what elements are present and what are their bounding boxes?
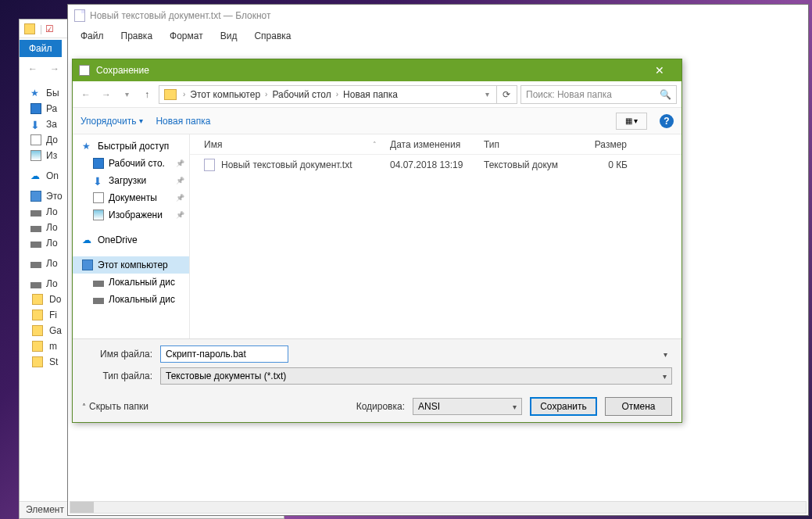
menu-format[interactable]: Формат xyxy=(162,28,211,44)
horizontal-scrollbar[interactable] xyxy=(70,501,807,514)
breadcrumb-item[interactable]: Этот компьютер xyxy=(188,89,262,100)
dialog-title: Сохранение xyxy=(96,65,644,76)
document-icon xyxy=(30,134,41,145)
nav-back-icon[interactable]: ← xyxy=(77,86,95,103)
disk-icon xyxy=(30,242,41,248)
menu-edit[interactable]: Правка xyxy=(113,28,161,44)
desktop-icon xyxy=(93,158,104,169)
new-folder-button[interactable]: Новая папка xyxy=(156,116,210,127)
breadcrumb-item[interactable]: Рабочий стол xyxy=(270,89,332,100)
breadcrumb-dropdown-icon[interactable]: ▾ xyxy=(478,85,496,104)
col-date[interactable]: Дата изменения xyxy=(384,139,478,150)
nav-history-icon[interactable]: ▾ xyxy=(118,86,135,103)
image-icon xyxy=(30,150,41,161)
dropdown-caret-icon: ▾ xyxy=(663,372,667,381)
tree-pictures[interactable]: Изображени xyxy=(73,206,189,224)
col-type[interactable]: Тип xyxy=(478,139,571,150)
filename-label: Имя файла: xyxy=(82,349,160,360)
disk-icon xyxy=(93,281,104,287)
dialog-footer: ˄ Скрыть папки Кодировка: ANSI ▾ Сохрани… xyxy=(73,391,681,422)
col-name[interactable]: Имя˄ xyxy=(190,139,384,150)
tree-disk[interactable]: Локальный дис xyxy=(73,291,189,308)
image-icon xyxy=(93,209,104,220)
forward-arrow-icon: → xyxy=(46,60,63,77)
download-icon: ⬇ xyxy=(30,119,41,130)
folder-icon xyxy=(32,294,43,305)
tree-desktop[interactable]: Рабочий сто. xyxy=(73,155,189,172)
notepad-title: Новый текстовый документ.txt — Блокнот xyxy=(90,10,271,21)
star-icon: ★ xyxy=(30,88,41,98)
chevron-up-icon: ˄ xyxy=(82,403,86,411)
disk-icon xyxy=(30,282,41,288)
onedrive-icon: ☁ xyxy=(30,170,41,181)
save-button[interactable]: Сохранить xyxy=(530,397,597,416)
search-input[interactable]: Поиск: Новая папка 🔍 xyxy=(520,85,677,104)
document-icon xyxy=(93,192,104,203)
filetype-select[interactable]: Текстовые документы (*.txt) ▾ xyxy=(160,367,672,385)
tree-this-pc[interactable]: Этот компьютер xyxy=(73,256,189,274)
notepad-icon xyxy=(74,9,85,22)
tree-documents[interactable]: Документы xyxy=(73,189,189,206)
filename-input[interactable] xyxy=(160,345,288,363)
dialog-toolbar: Упорядочить ▾ Новая папка ▦▾ ? xyxy=(73,108,681,134)
disk-icon xyxy=(30,226,41,232)
download-icon: ⬇ xyxy=(93,175,104,186)
help-icon[interactable]: ? xyxy=(660,114,674,128)
cancel-button[interactable]: Отмена xyxy=(605,397,672,416)
filename-fields: Имя файла: ▾ Тип файла: Текстовые докуме… xyxy=(73,338,681,391)
navigation-tree: ★Быстрый доступ Рабочий сто. ⬇Загрузки Д… xyxy=(73,134,190,338)
close-button[interactable]: ✕ xyxy=(644,64,675,77)
star-icon: ★ xyxy=(82,141,93,152)
disk-icon xyxy=(30,262,41,268)
dialog-icon xyxy=(79,65,90,76)
nav-up-icon[interactable]: ↑ xyxy=(138,86,156,103)
folder-icon xyxy=(24,23,35,34)
filetype-label: Тип файла: xyxy=(82,370,160,381)
notepad-titlebar: Новый текстовый документ.txt — Блокнот xyxy=(68,5,808,27)
file-list: Имя˄ Дата изменения Тип Размер Новый тек… xyxy=(190,134,681,338)
folder-icon xyxy=(164,89,177,100)
tree-downloads[interactable]: ⬇Загрузки xyxy=(73,172,189,189)
hide-folders-button[interactable]: ˄ Скрыть папки xyxy=(82,401,148,412)
tree-disk[interactable]: Локальный дис xyxy=(73,274,189,291)
organize-button[interactable]: Упорядочить ▾ xyxy=(80,116,143,127)
dialog-nav: ← → ▾ ↑ › Этот компьютер › Рабочий стол … xyxy=(73,81,681,108)
col-size[interactable]: Размер xyxy=(571,139,634,150)
view-button[interactable]: ▦▾ xyxy=(616,113,647,130)
onedrive-icon: ☁ xyxy=(82,234,93,245)
dialog-titlebar: Сохранение ✕ xyxy=(73,59,681,81)
desktop-icon xyxy=(30,103,41,114)
menu-file[interactable]: Файл xyxy=(73,28,112,44)
folder-icon xyxy=(32,356,43,367)
encoding-label: Кодировка: xyxy=(356,401,405,412)
disk-icon xyxy=(30,210,41,217)
folder-icon xyxy=(32,341,43,352)
sort-caret-icon: ˄ xyxy=(373,141,377,149)
search-icon: 🔍 xyxy=(660,89,671,100)
breadcrumb-item[interactable]: Новая папка xyxy=(342,89,399,100)
dropdown-caret-icon[interactable]: ▾ xyxy=(664,350,667,359)
refresh-icon[interactable]: ⟳ xyxy=(496,85,515,104)
disk-icon xyxy=(93,298,104,304)
back-arrow-icon[interactable]: ← xyxy=(24,60,41,77)
breadcrumb[interactable]: › Этот компьютер › Рабочий стол › Новая … xyxy=(159,85,517,104)
folder-icon xyxy=(32,310,43,320)
text-file-icon xyxy=(204,159,215,171)
encoding-select[interactable]: ANSI ▾ xyxy=(413,398,522,415)
folder-icon xyxy=(32,325,43,336)
nav-forward-icon: → xyxy=(98,86,115,103)
list-header: Имя˄ Дата изменения Тип Размер xyxy=(190,134,681,155)
search-placeholder: Поиск: Новая папка xyxy=(526,89,612,100)
notepad-menubar: Файл Правка Формат Вид Справка xyxy=(68,27,808,45)
file-row[interactable]: Новый текстовый документ.txt 04.07.2018 … xyxy=(190,155,681,175)
computer-icon xyxy=(30,191,41,202)
tree-onedrive[interactable]: ☁OneDrive xyxy=(73,231,189,249)
save-dialog: Сохранение ✕ ← → ▾ ↑ › Этот компьютер › … xyxy=(72,59,682,423)
menu-view[interactable]: Вид xyxy=(213,28,245,44)
dropdown-caret-icon: ▾ xyxy=(513,403,517,411)
menu-help[interactable]: Справка xyxy=(246,28,299,44)
computer-icon xyxy=(82,260,93,270)
bg-file-tab[interactable]: Файл xyxy=(20,40,62,57)
tree-quick-access[interactable]: ★Быстрый доступ xyxy=(73,138,189,155)
